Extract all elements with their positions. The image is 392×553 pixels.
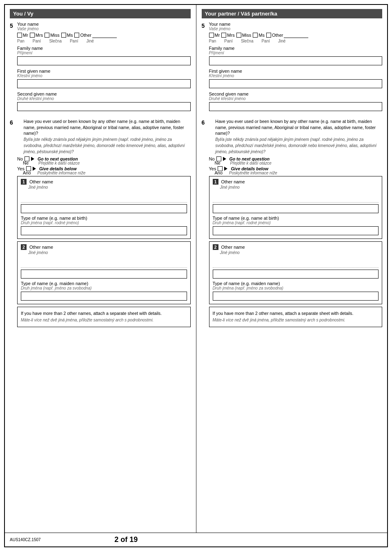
left-checkbox-ms[interactable] xyxy=(61,33,66,38)
left-jine-label: Jiné xyxy=(87,39,94,43)
right-column: Your partner / Váš partner/ka 5 Your nam… xyxy=(197,5,388,533)
left-second-given-group: Second given name Druhé křestní jméno xyxy=(17,91,191,111)
left-second-given-label: Second given name xyxy=(17,91,191,96)
right-checkbox-miss[interactable] xyxy=(236,33,241,38)
left-first-given-input[interactable] xyxy=(17,79,191,88)
right-no-label: No xyxy=(209,156,215,161)
left-no-cz-row: Ne Přejděte k další otázce xyxy=(23,161,191,165)
left-num-2: 2 xyxy=(21,244,27,250)
right-header-text: Your partner / Váš partner/ka xyxy=(205,11,278,17)
left-q5-subtitle: Vaše jméno xyxy=(17,27,191,31)
left-other-name-1-input2[interactable] xyxy=(21,204,187,213)
right-q6-header: 6 Have you ever used or been known by an… xyxy=(202,118,383,155)
right-type-name-1-input[interactable] xyxy=(213,226,379,235)
right-checkbox-other[interactable] xyxy=(266,33,271,38)
right-yes-cz-row: Ano Poskytněte informace níže xyxy=(215,170,383,175)
right-family-name-group: Family name Příjmení xyxy=(209,46,383,65)
left-pan-label: Pan xyxy=(17,39,24,43)
right-other-name-2-input[interactable] xyxy=(213,256,379,268)
right-other-name-1-label: Other name xyxy=(221,179,245,184)
right-checkbox-mr[interactable] xyxy=(209,33,214,38)
left-mrs-label: Mrs xyxy=(36,33,43,38)
left-pani-label: Paní xyxy=(33,39,41,43)
right-yes-arrow-icon xyxy=(224,167,227,171)
left-q5-number: 5 xyxy=(10,22,13,29)
right-yes-cz: Ano xyxy=(215,170,223,175)
left-type-name-2-input[interactable] xyxy=(21,292,187,301)
left-checkbox-miss[interactable] xyxy=(45,33,49,38)
right-other-name-2-input2[interactable] xyxy=(213,270,379,279)
left-other-name-2-label: Other name xyxy=(29,245,53,250)
right-q6-number: 6 xyxy=(202,119,205,126)
left-q6-text: Have you ever used or been known by any … xyxy=(24,119,184,136)
right-pan-label: Pan xyxy=(209,39,216,43)
left-family-name-group: Family name Příjmení xyxy=(17,46,191,65)
right-family-name-cz: Příjmení xyxy=(209,51,383,55)
left-no-label: No xyxy=(17,156,23,161)
left-more-names-cz: Máte-li více než dvě jiná jména, přiložt… xyxy=(21,318,154,322)
left-checkbox-other[interactable] xyxy=(74,33,79,38)
left-title-mr: Mr xyxy=(17,33,28,38)
right-checkbox-ms[interactable] xyxy=(253,33,258,38)
left-other-name-2-input2[interactable] xyxy=(21,270,187,279)
right-other-name-1-input[interactable] xyxy=(213,191,379,203)
left-q6-header: 6 Have you ever used or been known by an… xyxy=(10,118,191,155)
left-first-given-label: First given name xyxy=(17,69,191,74)
left-first-given-group: First given name Křestní jméno xyxy=(17,69,191,88)
right-q5-subtitle: Vaše jméno xyxy=(209,27,383,31)
right-family-name-input[interactable] xyxy=(209,56,383,65)
left-no-cz: Ne xyxy=(23,161,29,165)
left-other-name-1-input[interactable] xyxy=(21,191,187,203)
left-family-name-input[interactable] xyxy=(17,56,191,65)
left-num-1: 1 xyxy=(21,179,27,185)
right-other-name-1-input2[interactable] xyxy=(213,204,379,213)
right-num-2: 2 xyxy=(213,244,218,250)
left-q5-block: 5 Your name Vaše jméno Mr Mrs xyxy=(10,22,191,114)
right-go-next-cz: Přejděte k další otázce xyxy=(230,161,272,165)
left-checkbox-mr[interactable] xyxy=(17,33,22,38)
right-second-given-label: Second given name xyxy=(209,91,383,96)
right-q6-block: 6 Have you ever used or been known by an… xyxy=(202,118,383,327)
left-type-name-1-cz: Druh jména (např. rodné jméno) xyxy=(21,221,187,225)
left-info-box: If you have more than 2 other names, att… xyxy=(17,307,191,327)
right-first-given-input[interactable] xyxy=(209,79,383,88)
right-other-input[interactable] xyxy=(284,32,308,38)
left-yes-cz: Ano xyxy=(23,170,31,175)
right-type-name-1-label: Type of name (e.g. name at birth) xyxy=(213,216,379,221)
right-family-name-label: Family name xyxy=(209,46,383,51)
right-second-given-input[interactable] xyxy=(209,102,383,111)
right-jine-label: Jiné xyxy=(278,39,285,43)
right-other-name-1: 1 Other name Jiné jméno Type of name (e.… xyxy=(209,176,383,239)
page-number: 2 of 19 xyxy=(41,535,212,544)
left-mr-label: Mr xyxy=(23,33,28,38)
right-checkbox-mrs[interactable] xyxy=(221,33,226,38)
left-checkbox-mrs[interactable] xyxy=(30,33,35,38)
left-family-name-label: Family name xyxy=(17,46,191,51)
left-pani2-label: Paní xyxy=(70,39,78,43)
right-title-row: Mr Mrs Miss Ms xyxy=(209,32,383,38)
left-type-name-1-input[interactable] xyxy=(21,226,187,235)
right-mr-label: Mr xyxy=(215,33,220,38)
left-column: You / Vy 5 Your name Vaše jméno Mr xyxy=(5,5,196,533)
right-first-given-label: First given name xyxy=(209,69,383,74)
right-type-name-2-input[interactable] xyxy=(213,292,379,301)
right-other-name-2: 2 Other name Jiné jméno Type of name (e.… xyxy=(209,241,383,304)
right-title-cz-labels: Pan Paní Slečna Paní Jiné xyxy=(209,39,383,43)
left-section-header: You / Vy xyxy=(10,9,191,18)
right-title-other: Other xyxy=(266,32,309,38)
right-first-given-group: First given name Křestní jméno xyxy=(209,69,383,88)
left-other-name-2-input[interactable] xyxy=(21,256,187,268)
left-second-given-input[interactable] xyxy=(17,102,191,111)
left-miss-label: Miss xyxy=(50,33,60,38)
left-more-names-text: If you have more than 2 other names, att… xyxy=(21,311,162,316)
left-title-row: Mr Mrs Miss Ms xyxy=(17,32,191,38)
right-type-name-2-cz: Druh jména (např. jméno za svobodna) xyxy=(213,286,379,290)
left-type-name-1-label: Type of name (e.g. name at birth) xyxy=(21,216,187,221)
right-num-1: 1 xyxy=(213,179,218,185)
right-other-name-2-cz: Jiné jméno xyxy=(220,250,240,255)
right-title-mrs: Mrs xyxy=(221,33,234,38)
right-type-name-2-label: Type of name (e.g. maiden name) xyxy=(213,281,379,286)
right-other-name-1-cz: Jiné jméno xyxy=(220,185,240,190)
right-second-given-group: Second given name Druhé křestní jméno xyxy=(209,91,383,111)
left-other-input[interactable] xyxy=(92,32,117,38)
